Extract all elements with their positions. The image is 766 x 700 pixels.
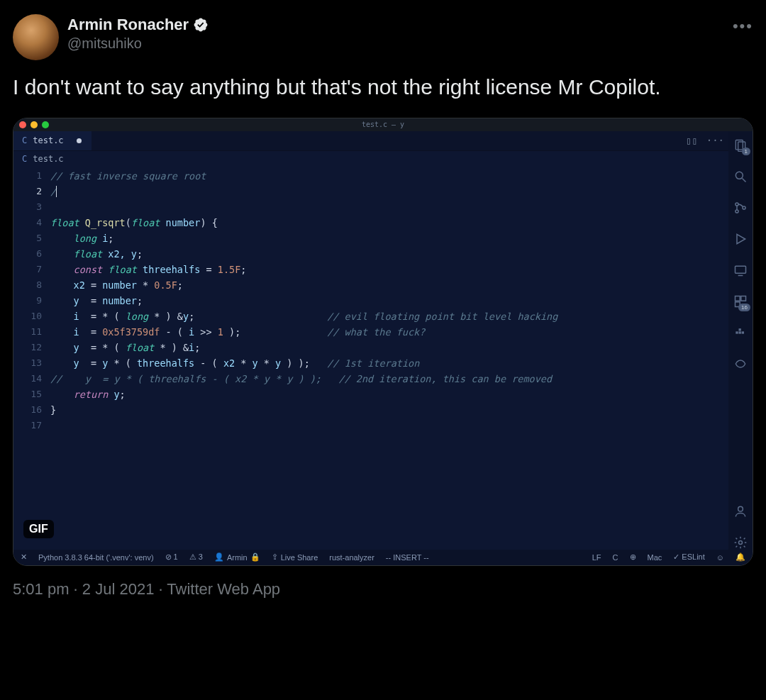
avatar[interactable] (13, 14, 59, 60)
svg-point-2 (736, 172, 743, 179)
tab-more-icon[interactable]: ··· (706, 135, 724, 146)
svg-point-6 (743, 206, 745, 209)
run-debug-icon[interactable] (733, 232, 748, 246)
status-problems-warn[interactable]: ⚠ 3 (189, 552, 203, 562)
window-titlebar: test.c — y (13, 118, 753, 131)
minimize-icon[interactable] (30, 121, 38, 128)
more-button[interactable]: ••• (733, 14, 753, 35)
close-icon[interactable] (19, 121, 26, 128)
window-title: test.c — y (362, 121, 404, 128)
split-editor-icon[interactable]: ▯▯ (686, 135, 698, 146)
tweet-source[interactable]: Twitter Web App (167, 580, 280, 598)
status-bell-icon[interactable]: 🔔 (736, 552, 745, 562)
tweet-text: I don't want to say anything but that's … (13, 73, 753, 102)
remote-icon[interactable] (733, 263, 748, 277)
docker-icon[interactable] (733, 326, 748, 340)
extensions-badge: 16 (738, 304, 750, 311)
account-icon[interactable] (733, 504, 748, 518)
liveshare-icon[interactable] (733, 357, 748, 371)
explorer-icon[interactable]: 1 (733, 138, 748, 152)
svg-rect-13 (736, 331, 738, 333)
tweet-header: Armin Ronacher @mitsuhiko ••• (13, 14, 753, 60)
c-file-icon: C (22, 154, 27, 164)
status-language[interactable]: C (613, 553, 618, 562)
tab-filename: test.c (33, 135, 63, 145)
gif-badge: GIF (23, 520, 54, 538)
status-copilot-icon[interactable]: ⊕ (630, 552, 636, 562)
svg-line-3 (743, 178, 746, 182)
status-liveshare[interactable]: ⇪ Live Share (272, 552, 318, 562)
svg-point-18 (739, 540, 743, 544)
c-file-icon: C (22, 135, 27, 145)
unsaved-dot-icon (77, 138, 82, 143)
status-problems-error[interactable]: ⊘ 1 (165, 552, 178, 562)
editor-tabbar: C test.c ▯▯ ··· (13, 131, 753, 151)
svg-rect-16 (739, 328, 741, 330)
svg-rect-14 (739, 331, 741, 333)
status-user[interactable]: 👤 Armin 🔒 (214, 552, 260, 562)
tweet-time[interactable]: 5:01 pm (13, 580, 70, 598)
status-rust[interactable]: rust-analyzer (329, 553, 374, 562)
status-eol[interactable]: LF (592, 553, 601, 562)
tweet-media[interactable]: GIF test.c — y C test.c ▯▯ ··· C test.c (13, 118, 753, 566)
svg-rect-10 (736, 296, 740, 301)
editor-area[interactable]: 1 2 3 4 5 6 7 8 9 10 11 12 13 14 15 16 1… (13, 167, 753, 550)
settings-gear-icon[interactable] (733, 535, 748, 550)
status-vim-mode: -- INSERT -- (386, 553, 429, 562)
activity-bar: 1 16 (728, 131, 753, 550)
explorer-badge: 1 (742, 148, 750, 155)
status-feedback-icon[interactable]: ☺ (716, 553, 724, 562)
author-name[interactable]: Armin Ronacher (67, 16, 189, 34)
status-python[interactable]: Python 3.8.3 64-bit ('.venv': venv) (38, 553, 154, 562)
author-handle[interactable]: @mitsuhiko (67, 35, 209, 52)
svg-marker-7 (737, 234, 745, 243)
status-remote[interactable]: ✕ (21, 552, 27, 562)
svg-point-4 (736, 202, 738, 205)
tweet-date[interactable]: 2 Jul 2021 (82, 580, 155, 598)
svg-rect-8 (736, 266, 746, 273)
maximize-icon[interactable] (42, 121, 49, 128)
svg-point-5 (736, 209, 738, 212)
status-os[interactable]: Mac (648, 553, 662, 562)
search-icon[interactable] (733, 170, 748, 184)
vscode-window: test.c — y C test.c ▯▯ ··· C test.c 1 2 … (13, 118, 753, 565)
svg-rect-11 (741, 296, 746, 301)
breadcrumb-filename: test.c (33, 154, 63, 164)
svg-point-17 (738, 506, 743, 511)
code-content[interactable]: // fast inverse square root / float Q_rs… (50, 167, 753, 550)
extensions-icon[interactable]: 16 (733, 294, 748, 309)
tab-test-c[interactable]: C test.c (13, 131, 91, 150)
source-control-icon[interactable] (733, 201, 748, 215)
statusbar: ✕ Python 3.8.3 64-bit ('.venv': venv) ⊘ … (13, 550, 753, 565)
verified-badge-icon (193, 17, 209, 33)
breadcrumb[interactable]: C test.c (13, 151, 753, 167)
line-gutter: 1 2 3 4 5 6 7 8 9 10 11 12 13 14 15 16 1… (13, 167, 50, 550)
author-block: Armin Ronacher @mitsuhiko (67, 14, 209, 52)
status-eslint[interactable]: ✓ ESLint (673, 552, 704, 562)
tweet-meta: 5:01 pm · 2 Jul 2021 · Twitter Web App (13, 580, 753, 599)
svg-rect-15 (742, 331, 744, 333)
traffic-lights[interactable] (19, 121, 49, 128)
